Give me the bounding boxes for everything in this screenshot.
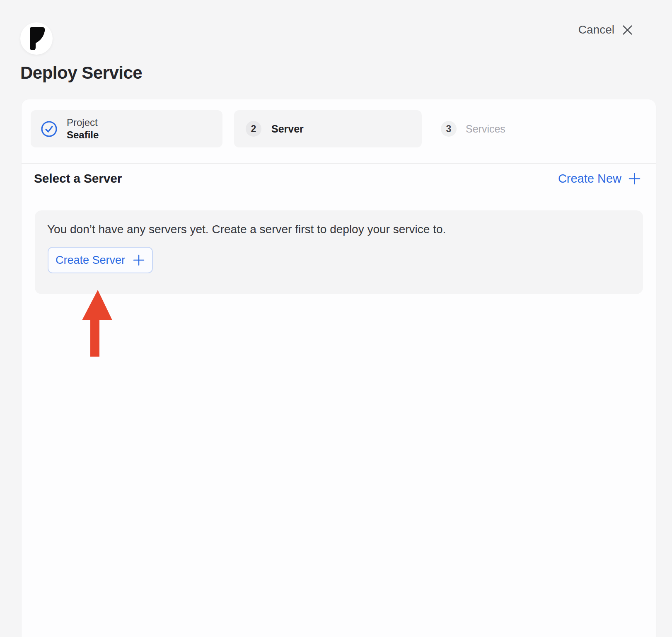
empty-state-panel: You don’t have any servers yet. Create a… (35, 210, 643, 294)
app-logo-icon (27, 26, 46, 51)
wizard-card: Project Seafile 2 Server 3 Services Sele… (22, 99, 656, 637)
divider (22, 163, 656, 164)
red-arrow-annotation (81, 289, 116, 359)
page-title: Deploy Service (20, 63, 142, 83)
stepper: Project Seafile 2 Server 3 Services (31, 110, 505, 147)
step-project[interactable]: Project Seafile (31, 110, 222, 147)
step-server-number: 2 (246, 121, 261, 137)
plus-icon (133, 254, 145, 266)
create-server-label: Create Server (56, 254, 125, 267)
section-title: Select a Server (34, 171, 122, 186)
create-server-button[interactable]: Create Server (48, 247, 153, 273)
cancel-button[interactable]: Cancel (578, 23, 633, 36)
step-server-label: Server (271, 123, 304, 135)
step-project-value: Seafile (67, 129, 99, 141)
check-circle-icon (41, 121, 58, 138)
step-project-label: Project (67, 116, 99, 129)
section-header: Select a Server Create New (34, 171, 641, 186)
cancel-label: Cancel (578, 23, 614, 36)
close-icon[interactable] (622, 24, 633, 36)
deploy-service-page: Cancel Deploy Service Project Seafile 2 … (0, 0, 672, 637)
empty-state-message: You don’t have any servers yet. Create a… (35, 210, 643, 236)
app-logo (20, 22, 53, 55)
create-new-link[interactable]: Create New (558, 172, 641, 186)
step-project-text: Project Seafile (67, 116, 99, 141)
step-services: 3 Services (433, 110, 505, 147)
step-services-number: 3 (441, 121, 457, 137)
step-server[interactable]: 2 Server (234, 110, 422, 147)
plus-icon (628, 172, 641, 185)
step-services-label: Services (466, 123, 505, 135)
create-new-label: Create New (558, 172, 621, 186)
